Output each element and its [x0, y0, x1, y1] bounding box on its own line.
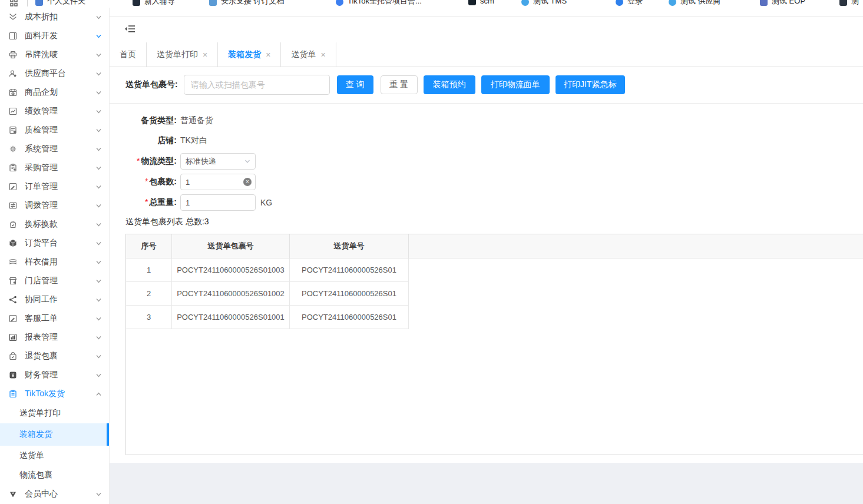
sidebar-item-supplier-platform[interactable]: 供应商平台	[0, 64, 109, 83]
sidebar-subitem-label: 送货单打印	[19, 408, 61, 419]
query-button[interactable]: 查 询	[337, 75, 373, 94]
bookmark-favicon	[669, 0, 676, 6]
edit-ticket-icon	[8, 314, 18, 324]
table-row[interactable]: 3 POCYT2411060000526S01001 POCYT24110600…	[126, 306, 863, 329]
chevron-down-icon	[95, 297, 102, 303]
table-cell-index: 3	[126, 306, 172, 329]
package-number-input[interactable]	[184, 75, 330, 95]
chevron-down-icon	[95, 184, 102, 190]
tab-packing-shipment[interactable]: 装箱发货 ×	[218, 42, 281, 67]
sidebar-item-label: 供应商平台	[25, 68, 95, 79]
apps-grid-icon[interactable]	[10, 0, 18, 8]
sidebar-item-relabel[interactable]: 换标换款	[0, 215, 109, 234]
chevron-up-icon	[95, 391, 102, 397]
bookmark-item[interactable]: 测试 供应商	[669, 0, 721, 6]
sidebar-item-fabric-development[interactable]: 面料开发	[0, 26, 109, 45]
sidebar-item-sample-borrow[interactable]: 样衣借用	[0, 253, 109, 271]
tab-close-icon[interactable]: ×	[203, 51, 207, 59]
packing-appointment-button[interactable]: 装箱预约	[424, 75, 475, 94]
field-label: *物流类型:	[125, 156, 177, 167]
logistics-type-select[interactable]: 标准快递	[180, 153, 256, 170]
bookmark-item[interactable]: 测	[839, 0, 859, 6]
sidebar-item-cost-discount[interactable]: 成本折扣	[0, 8, 109, 26]
sidebar-item-performance[interactable]: 绩效管理	[0, 102, 109, 121]
chevron-down-icon	[95, 108, 102, 115]
tab-label: 首页	[120, 49, 136, 60]
sidebar-item-store-management[interactable]: 门店管理	[0, 271, 109, 290]
sidebar-item-service-ticket[interactable]: 客服工单	[0, 309, 109, 328]
bookmark-item[interactable]: scm	[468, 0, 494, 5]
sidebar-item-label: 商品企划	[25, 87, 95, 98]
page-content: 送货单包裹号: 查 询 重 置 装箱预约 打印物流面单 打印JIT紧急标 备货类…	[110, 67, 863, 463]
sidebar-subitem-packing-shipment[interactable]: 装箱发货	[0, 423, 109, 446]
bookmark-item[interactable]: 安乐支接 讨订文档	[209, 0, 285, 6]
chevron-down-icon	[95, 146, 102, 152]
bookmark-item[interactable]: 新人辅导	[133, 0, 175, 6]
sidebar-fold-icon[interactable]	[124, 24, 136, 35]
bookmark-item[interactable]: 测试 EOP	[760, 0, 805, 6]
bookmark-label: 测试 供应商	[680, 0, 721, 6]
sidebar-item-quality-inspection[interactable]: 质检管理	[0, 121, 109, 140]
sidebar-item-transfer-management[interactable]: 调拨管理	[0, 196, 109, 215]
print-jit-urgent-label-button[interactable]: 打印JIT紧急标	[556, 75, 625, 94]
sidebar-item-tag-washing[interactable]: 吊牌洗唛	[0, 45, 109, 64]
bookmark-label: 测试 TMS	[533, 0, 567, 6]
tab-close-icon[interactable]: ×	[320, 51, 325, 59]
sidebar-item-ordering-platform[interactable]: 订货平台	[0, 234, 109, 253]
table-cell-package-number: POCYT2411060000526S01001	[172, 306, 290, 329]
table-row[interactable]: 1 POCYT2411060000526S01003 POCYT24110600…	[126, 258, 863, 282]
chevron-down-icon	[95, 316, 102, 322]
package-table: 序号 送货单包裹号 送货单号 1 POCYT2411060000526S0100…	[125, 234, 863, 455]
transfer-arrows-icon	[8, 201, 18, 211]
sidebar-item-label: 质检管理	[25, 125, 95, 135]
reset-button[interactable]: 重 置	[381, 75, 418, 94]
sidebar-item-member-center[interactable]: 会员中心	[0, 485, 109, 503]
chevron-down-icon	[95, 203, 102, 209]
sidebar-subitem-label: 送货单	[19, 450, 44, 461]
sidebar-item-finance[interactable]: 财务管理	[0, 366, 109, 384]
sidebar-subitem-delivery-note[interactable]: 送货单	[0, 446, 109, 466]
sidebar-subitem-delivery-note-print[interactable]: 送货单打印	[0, 403, 109, 423]
bookmark-favicon	[839, 0, 847, 6]
bookmark-favicon	[521, 0, 529, 6]
sidebar-item-procurement[interactable]: 采购管理	[0, 158, 109, 177]
bookmark-label: 登录	[627, 0, 643, 6]
bookmark-separator	[27, 0, 28, 6]
bookmark-label: 个人文件夹	[47, 0, 85, 6]
sidebar-item-system-management[interactable]: 系统管理	[0, 140, 109, 158]
sidebar-item-return-package[interactable]: 退货包裹	[0, 347, 109, 366]
sidebar-subitem-label: 装箱发货	[19, 429, 52, 440]
sidebar-item-report-management[interactable]: 报表管理	[0, 328, 109, 347]
bookmark-item[interactable]: 登录	[616, 0, 643, 6]
bookmark-item[interactable]: 个人文件夹	[35, 0, 85, 6]
tab-close-icon[interactable]: ×	[266, 51, 270, 59]
tab-home[interactable]: 首页	[110, 42, 147, 67]
sidebar-item-label: 客服工单	[25, 313, 95, 324]
print-logistics-label-button[interactable]: 打印物流面单	[481, 75, 550, 94]
sidebar-item-label: 门店管理	[25, 276, 95, 286]
sidebar-item-order-management[interactable]: 订单管理	[0, 177, 109, 196]
chevron-down-icon	[95, 89, 102, 96]
sidebar-item-label: 样衣借用	[25, 257, 95, 267]
total-weight-input[interactable]	[180, 194, 256, 211]
sidebar-item-collaboration[interactable]: 协同工作	[0, 290, 109, 309]
sidebar-item-product-planning[interactable]: 商品企划	[0, 83, 109, 102]
bookmark-label: 测试 EOP	[772, 0, 805, 6]
sidebar-item-label: 采购管理	[25, 163, 95, 173]
sidebar-item-tiktok-shipping[interactable]: TikTok发货	[0, 384, 109, 403]
table-row[interactable]: 2 POCYT2411060000526S01002 POCYT24110600…	[126, 282, 863, 306]
form-row-logistics-type: *物流类型: 标准快递	[125, 151, 256, 171]
chevron-down-icon	[95, 240, 102, 247]
document-badge-icon	[8, 125, 18, 135]
table-cell-package-number: POCYT2411060000526S01002	[172, 282, 290, 306]
sidebar-subitem-logistics-package[interactable]: 物流包裹	[0, 466, 109, 485]
bookmark-item[interactable]: TikTok全托管项目合...	[336, 0, 422, 6]
clear-input-icon[interactable]: ×	[243, 178, 252, 186]
bookmark-item[interactable]: 测试 TMS	[521, 0, 567, 6]
tab-delivery-note-print[interactable]: 送货单打印 ×	[147, 42, 218, 67]
sidebar-item-label: 调拨管理	[25, 200, 95, 211]
sidebar-item-label: 会员中心	[25, 489, 95, 499]
tab-delivery-note[interactable]: 送货单 ×	[281, 42, 336, 67]
chevron-down-icon	[95, 372, 102, 379]
field-label: 店铺:	[125, 135, 177, 146]
